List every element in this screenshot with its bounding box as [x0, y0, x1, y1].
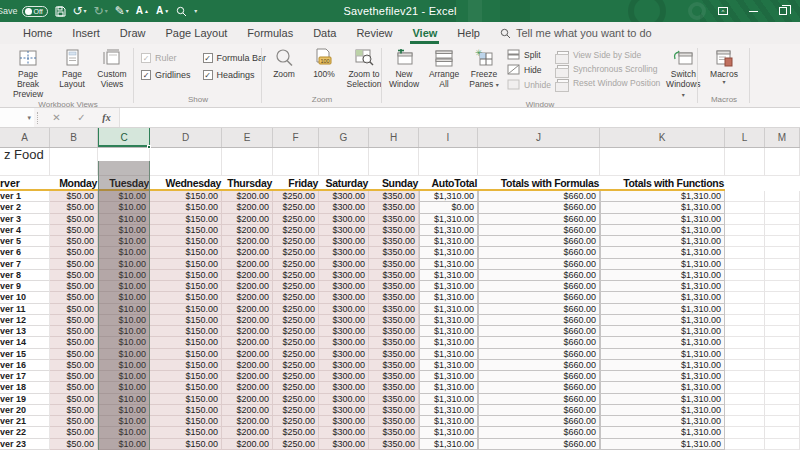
column-header-c[interactable]: C [98, 128, 150, 147]
cell[interactable]: $200.00 [222, 214, 273, 225]
cell[interactable]: $300.00 [319, 337, 369, 348]
cell[interactable]: $1,310.00 [600, 247, 725, 258]
cell[interactable]: $1,310.00 [600, 371, 725, 382]
zoom-to-selection-button[interactable]: Zoom to Selection [345, 45, 383, 89]
cell[interactable]: $50.00 [50, 191, 98, 202]
cell[interactable]: $150.00 [150, 371, 222, 382]
cell[interactable]: $200.00 [222, 360, 273, 371]
cell[interactable]: $660.00 [478, 371, 600, 382]
cell[interactable]: $350.00 [369, 191, 419, 202]
cell[interactable] [319, 148, 369, 161]
cell[interactable] [765, 214, 800, 225]
cell[interactable]: $10.00 [98, 214, 150, 225]
cell[interactable]: $660.00 [478, 349, 600, 360]
cell[interactable] [319, 161, 369, 176]
cell[interactable]: $200.00 [222, 439, 273, 450]
cell[interactable]: $250.00 [273, 292, 319, 303]
cell[interactable]: $200.00 [222, 191, 273, 202]
cell[interactable]: $660.00 [478, 247, 600, 258]
magnifier-icon[interactable] [176, 6, 187, 17]
cell[interactable] [765, 304, 800, 315]
cell[interactable]: $10.00 [98, 202, 150, 213]
cell[interactable]: $1,310.00 [600, 270, 725, 281]
tab-view[interactable]: View [402, 22, 447, 44]
cell[interactable]: $1,310.00 [600, 405, 725, 416]
cell[interactable]: $10.00 [98, 236, 150, 247]
cell[interactable]: $50.00 [50, 326, 98, 337]
cell[interactable] [0, 161, 50, 176]
cell[interactable]: $1,310.00 [419, 337, 478, 348]
cell[interactable]: $200.00 [222, 326, 273, 337]
cell[interactable]: $1,310.00 [600, 326, 725, 337]
cell[interactable]: $1,310.00 [600, 382, 725, 393]
cell[interactable] [765, 427, 800, 438]
cell[interactable]: $250.00 [273, 349, 319, 360]
cell[interactable] [222, 161, 273, 176]
cell[interactable]: $250.00 [273, 394, 319, 405]
cell[interactable] [725, 382, 765, 393]
undo-button[interactable]: ↺▾ [73, 5, 87, 17]
cell[interactable] [98, 161, 150, 176]
cell[interactable]: $250.00 [273, 214, 319, 225]
view-side-by-side-button[interactable]: View Side by Side [557, 49, 660, 61]
cell[interactable] [765, 161, 800, 176]
cell[interactable] [273, 148, 319, 161]
column-header-b[interactable]: B [50, 128, 98, 147]
cell[interactable]: $250.00 [273, 371, 319, 382]
cell[interactable]: ver 6 [0, 247, 50, 258]
cell[interactable] [725, 304, 765, 315]
cell[interactable]: $50.00 [50, 439, 98, 450]
redo-button[interactable]: ↻▾ [94, 5, 108, 17]
cell[interactable]: $50.00 [50, 281, 98, 292]
cell[interactable] [765, 349, 800, 360]
cell[interactable]: $150.00 [150, 214, 222, 225]
header-tuesday[interactable]: Tuesday [98, 176, 150, 189]
cell[interactable]: $250.00 [273, 236, 319, 247]
ribbon-display-options-button[interactable]: ^ [708, 0, 738, 22]
cell[interactable]: $1,310.00 [600, 292, 725, 303]
cell[interactable] [600, 161, 725, 176]
cell[interactable]: $1,310.00 [600, 225, 725, 236]
cell[interactable] [765, 202, 800, 213]
cell[interactable]: $200.00 [222, 427, 273, 438]
cell[interactable]: $10.00 [98, 394, 150, 405]
header-server[interactable]: rver [0, 176, 50, 189]
header-totals-formulas[interactable]: Totals with Formulas [478, 176, 600, 189]
tab-help[interactable]: Help [447, 22, 490, 44]
cell[interactable]: $150.00 [150, 394, 222, 405]
synchronous-scrolling-button[interactable]: Synchronous Scrolling [557, 63, 660, 75]
cell[interactable] [419, 148, 478, 161]
cell[interactable]: $1,310.00 [419, 225, 478, 236]
cell[interactable]: $50.00 [50, 427, 98, 438]
cell[interactable]: $50.00 [50, 394, 98, 405]
cell[interactable]: $1,310.00 [419, 394, 478, 405]
restore-button[interactable] [768, 0, 798, 22]
cell[interactable]: $660.00 [478, 270, 600, 281]
header-monday[interactable]: Monday [50, 176, 98, 189]
cell[interactable]: ver 2 [0, 202, 50, 213]
cell[interactable]: $1,310.00 [419, 360, 478, 371]
cell[interactable] [600, 148, 725, 161]
zoom-100-button[interactable]: 100 100% [305, 45, 343, 79]
cell[interactable]: ver 4 [0, 225, 50, 236]
cell[interactable] [419, 161, 478, 176]
cell[interactable]: $350.00 [369, 259, 419, 270]
cell[interactable]: $350.00 [369, 326, 419, 337]
cell[interactable]: $660.00 [478, 236, 600, 247]
cell[interactable]: $200.00 [222, 281, 273, 292]
cell[interactable] [725, 259, 765, 270]
cell[interactable]: $250.00 [273, 202, 319, 213]
cell[interactable]: $1,310.00 [419, 259, 478, 270]
cell[interactable]: $50.00 [50, 371, 98, 382]
cell[interactable]: $150.00 [150, 427, 222, 438]
cell[interactable]: $10.00 [98, 259, 150, 270]
cell[interactable]: $10.00 [98, 337, 150, 348]
cell[interactable]: $200.00 [222, 394, 273, 405]
cell[interactable]: $300.00 [319, 259, 369, 270]
cell[interactable]: $250.00 [273, 382, 319, 393]
decrease-font-button[interactable]: A▼ [156, 6, 169, 16]
cell[interactable]: $10.00 [98, 270, 150, 281]
cell[interactable] [725, 202, 765, 213]
cell[interactable]: $300.00 [319, 405, 369, 416]
cell[interactable] [50, 148, 98, 161]
